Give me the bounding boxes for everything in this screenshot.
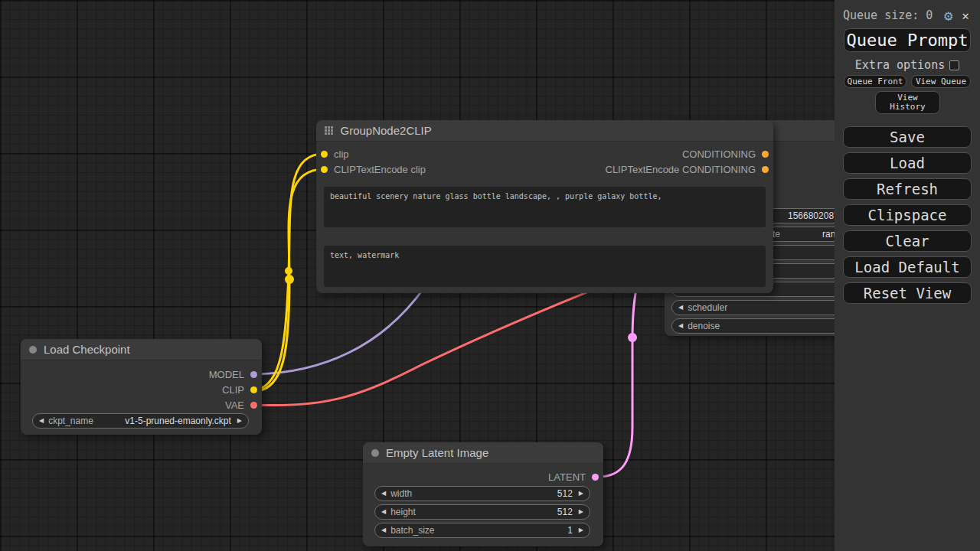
reset-view-button[interactable]: Reset View (843, 282, 972, 304)
node-title: Empty Latent Image (386, 446, 488, 459)
view-queue-button[interactable]: View Queue (911, 75, 971, 88)
collapse-dot-icon[interactable] (371, 449, 379, 457)
output-slot-clip[interactable]: CLIP (222, 384, 257, 395)
view-history-button[interactable]: View History (875, 91, 940, 114)
slot-label: LATENT (548, 471, 586, 483)
negative-prompt-textarea[interactable]: text, watermark (324, 246, 766, 287)
output-slot-latent[interactable]: LATENT (548, 471, 599, 482)
collapse-dot-icon[interactable] (29, 346, 37, 354)
slot-label: VAE (225, 399, 244, 411)
input-slot-clip[interactable]: clip (321, 148, 349, 159)
node-graph-canvas[interactable]: ◀ 15668020871 ▶ ◀ control_after_generate… (0, 0, 980, 551)
output-slot-cliptextencode-conditioning[interactable]: CLIPTextEncode CONDITIONING (606, 164, 769, 174)
widget-ckpt-name[interactable]: ◀ ckpt_name v1-5-pruned-emaonly.ckpt ▶ (32, 413, 249, 429)
widget-label: height (390, 507, 416, 517)
decrement-arrow-icon[interactable]: ◀ (381, 527, 386, 533)
clipspace-button[interactable]: Clipspace (843, 204, 972, 226)
node-empty-latent-titlebar[interactable]: Empty Latent Image (363, 442, 603, 464)
decrement-arrow-icon[interactable]: ◀ (678, 305, 683, 311)
output-dot-conditioning[interactable] (762, 151, 769, 158)
node-group-clip[interactable]: GroupNode2CLIP clip CLIPTextEncode clip … (316, 120, 773, 293)
node-load-checkpoint-titlebar[interactable]: Load Checkpoint (21, 339, 262, 360)
node-load-checkpoint[interactable]: Load Checkpoint MODEL CLIP VAE ◀ ckpt_na… (21, 339, 262, 435)
extra-options-checkbox[interactable] (949, 60, 959, 70)
widget-label: width (390, 488, 412, 499)
node-group-clip-titlebar[interactable]: GroupNode2CLIP (316, 120, 773, 142)
output-dot-cliptextencode-conditioning[interactable] (762, 166, 769, 173)
slot-label: MODEL (209, 369, 244, 380)
slot-label: CLIPTextEncode CONDITIONING (606, 164, 756, 175)
refresh-button[interactable]: Refresh (843, 178, 972, 200)
load-button[interactable]: Load (843, 152, 972, 174)
settings-gear-icon[interactable]: ⚙ (944, 7, 952, 24)
widget-value: 512 (557, 488, 579, 499)
node-title: GroupNode2CLIP (341, 124, 432, 137)
widget-label: batch_size (390, 525, 434, 536)
slot-label: CLIPTextEncode clip (334, 164, 426, 175)
menu-header: Queue size: 0 ⚙ ✕ (835, 6, 980, 24)
slot-label: CONDITIONING (682, 148, 756, 160)
wire-midpoint-latent[interactable] (628, 333, 637, 342)
slot-label: clip (334, 148, 349, 160)
widget-value: 512 (557, 507, 579, 517)
node-empty-latent-image[interactable]: Empty Latent Image LATENT ◀ width 512 ▶ … (363, 442, 603, 546)
output-slot-model[interactable]: MODEL (209, 369, 257, 380)
widget-value: v1-5-pruned-emaonly.ckpt (125, 416, 237, 426)
output-slot-conditioning[interactable]: CONDITIONING (682, 148, 769, 159)
widget-label: denoise (688, 321, 720, 331)
decrement-arrow-icon[interactable]: ◀ (39, 418, 44, 424)
decrement-arrow-icon[interactable]: ◀ (381, 491, 386, 497)
output-dot-vae[interactable] (250, 402, 257, 409)
extra-options-label: Extra options (855, 58, 945, 72)
wire-midpoint-clip-1[interactable] (285, 267, 292, 275)
decrement-arrow-icon[interactable]: ◀ (381, 509, 386, 515)
increment-arrow-icon[interactable]: ▶ (579, 509, 583, 515)
wire-midpoint-clip-2[interactable] (285, 275, 294, 284)
input-dot-clip[interactable] (321, 151, 328, 158)
slot-label: CLIP (222, 384, 244, 396)
comfy-menu: Queue size: 0 ⚙ ✕ Queue Prompt Extra opt… (835, 0, 980, 551)
node-title: Load Checkpoint (44, 343, 130, 356)
positive-prompt-textarea[interactable]: beautiful scenery nature glass bottle la… (324, 187, 766, 227)
increment-arrow-icon[interactable]: ▶ (579, 491, 583, 497)
queue-prompt-button[interactable]: Queue Prompt (844, 28, 971, 52)
widget-height[interactable]: ◀ height 512 ▶ (374, 504, 590, 520)
decrement-arrow-icon[interactable]: ◀ (678, 323, 683, 329)
load-default-button[interactable]: Load Default (843, 256, 972, 278)
group-node-icon (325, 126, 333, 135)
save-button[interactable]: Save (843, 126, 972, 148)
output-dot-clip[interactable] (250, 386, 257, 393)
queue-size-label: Queue size: 0 (843, 8, 933, 22)
widget-width[interactable]: ◀ width 512 ▶ (374, 486, 590, 501)
input-slot-cliptextencode-clip[interactable]: CLIPTextEncode clip (321, 164, 426, 174)
widget-value: 1 (567, 525, 579, 536)
widget-batch-size[interactable]: ◀ batch_size 1 ▶ (374, 523, 590, 538)
increment-arrow-icon[interactable]: ▶ (579, 527, 583, 533)
output-dot-latent[interactable] (592, 474, 599, 481)
increment-arrow-icon[interactable]: ▶ (237, 418, 242, 424)
widget-label: scheduler (688, 302, 727, 313)
output-slot-vae[interactable]: VAE (225, 399, 257, 410)
input-dot-cliptextencode-clip[interactable] (321, 166, 328, 173)
output-dot-model[interactable] (250, 371, 257, 378)
extra-options-row: Extra options (835, 58, 980, 72)
close-icon[interactable]: ✕ (962, 8, 969, 23)
widget-label: ckpt_name (48, 416, 93, 426)
queue-front-button[interactable]: Queue Front (844, 75, 906, 88)
clear-button[interactable]: Clear (843, 230, 972, 252)
